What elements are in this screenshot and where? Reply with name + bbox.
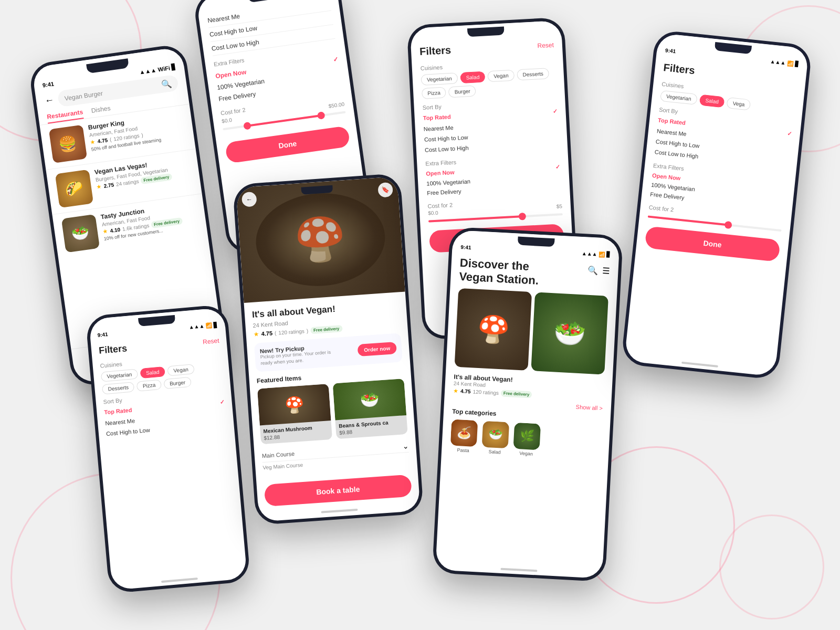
- restaurant-img-3: 🥗: [61, 214, 100, 253]
- phone2-min-cost: $0.0: [222, 117, 233, 124]
- phone7-check: ✓: [786, 130, 792, 138]
- phone1-search-text: Vegan Burger: [64, 89, 103, 102]
- chip-desserts[interactable]: Desserts: [102, 382, 135, 394]
- phone5-chip-veg[interactable]: Vegetarian: [421, 72, 458, 86]
- phone4-rating: 4.75: [261, 330, 272, 337]
- check-sort: ✓: [219, 398, 225, 406]
- phone6: 9:41 ▲▲▲ 📶 ▊ Discover the Vegan Station.…: [432, 227, 623, 582]
- phone3-reset[interactable]: Reset: [202, 337, 219, 345]
- phone3: 9:41 ▲▲▲ 📶 ▊ Filters Reset Cuisines Vege…: [85, 304, 250, 594]
- phone7-time: 9:41: [665, 47, 676, 54]
- phone5-extra-check: ✓: [555, 163, 561, 170]
- phone5-chip-burger[interactable]: Burger: [448, 86, 476, 98]
- rating-1: 4.75: [97, 137, 108, 144]
- phone5-reset[interactable]: Reset: [537, 41, 554, 49]
- phone5-chip-salad[interactable]: Salad: [460, 71, 486, 83]
- home-indicator6: [500, 568, 537, 572]
- phone4-main-course: Main Course: [261, 450, 295, 459]
- phone6-badge: Free delivery: [501, 390, 532, 398]
- phone2-done-btn[interactable]: Done: [225, 125, 350, 163]
- food-card-1[interactable]: 🍄: [455, 288, 532, 371]
- phone1-wifi: WiFi: [158, 65, 171, 72]
- decorative-circle-3: [719, 514, 824, 620]
- cat-2[interactable]: 🥗 Salad: [481, 421, 509, 455]
- star-icon-2: ★: [96, 183, 102, 191]
- phone4: 🍄 ← 🔖 It's all about Vegan! 24 Kent Road…: [233, 173, 424, 526]
- featured-img-2: 🥗: [333, 379, 407, 420]
- star-icon-3: ★: [102, 228, 109, 235]
- phone3-time: 9:41: [97, 331, 108, 338]
- phone5-check: ✓: [552, 108, 558, 114]
- phone5-chip-pizza[interactable]: Pizza: [422, 87, 446, 99]
- featured-img-1: 🍄: [257, 384, 331, 425]
- restaurant-img-1: 🍔: [49, 125, 87, 163]
- phone5-chip-desserts[interactable]: Desserts: [517, 68, 549, 80]
- check-icon-open: ✓: [332, 56, 339, 64]
- chip-salad-active[interactable]: Salad: [140, 366, 165, 379]
- featured-card-1[interactable]: 🍄 Mexican Mushroom $12.88: [257, 384, 332, 444]
- phone5-chip-vegan[interactable]: Vegan: [488, 70, 514, 82]
- cat-3[interactable]: 🌿 Vegan: [513, 423, 541, 457]
- food-card-2[interactable]: 🥗: [531, 292, 608, 374]
- star-icon-1: ★: [90, 138, 96, 145]
- phone5-thumb[interactable]: [519, 213, 527, 220]
- phone1-signal: ▲▲▲: [139, 67, 157, 75]
- phone7: 9:41 ▲▲▲ 📶 ▊ Filters Cuisines Vegetarian…: [621, 29, 812, 380]
- reviews-2: 24 ratings: [116, 178, 139, 187]
- reviews-close-1: ): [141, 132, 144, 138]
- phone3-title: Filters: [98, 343, 128, 356]
- phone4-badge: Free delivery: [310, 325, 343, 334]
- phone4-address: 24 Kent Road: [253, 320, 288, 329]
- slider-left-thumb[interactable]: [243, 122, 251, 130]
- phone6-rating: 4.75: [460, 388, 471, 394]
- phone4-reviews: 120 ratings: [278, 328, 304, 335]
- phone2-max-cost: $50.00: [328, 101, 345, 109]
- chip-vegetarian[interactable]: Vegetarian: [101, 369, 138, 382]
- phone6-star: ★: [453, 387, 459, 394]
- rating-2: 2.75: [103, 182, 114, 189]
- phone5-max: $5: [556, 203, 563, 209]
- filter-btn-6[interactable]: ☰: [602, 266, 610, 276]
- phone6-show-all[interactable]: Show all >: [576, 404, 603, 412]
- phone7-chip-vegan[interactable]: Vega: [727, 97, 751, 111]
- cat-1[interactable]: 🍝 Pasta: [450, 419, 478, 454]
- reviews-1: (: [109, 136, 112, 142]
- phone5-min: $0.0: [428, 210, 438, 216]
- phone4-order-btn[interactable]: Order now: [358, 342, 397, 356]
- rating-3: 4.10: [110, 227, 121, 234]
- phone5-slider-fill: [428, 215, 522, 222]
- chip-pizza[interactable]: Pizza: [136, 380, 162, 392]
- chip-vegan[interactable]: Vegan: [167, 364, 195, 376]
- phone7-chip-salad[interactable]: Salad: [699, 94, 725, 108]
- back-button[interactable]: ←: [44, 94, 55, 107]
- dropdown-icon[interactable]: ⌄: [402, 442, 409, 450]
- phone6-reviews: 120 ratings: [472, 388, 499, 396]
- phone7-chip-veg[interactable]: Vegetarian: [660, 90, 698, 105]
- phone1-time: 9:41: [42, 80, 55, 89]
- home-indicator7: [681, 362, 718, 368]
- phone5-title: Filters: [419, 44, 452, 58]
- featured-card-2[interactable]: 🥗 Beans & Sprouts ca $9.88: [333, 379, 408, 439]
- phone7-done-btn[interactable]: Done: [645, 226, 781, 262]
- phone6-time: 9:41: [460, 244, 471, 250]
- home-indicator3: [161, 578, 198, 583]
- phone1-battery: ▊: [171, 64, 176, 71]
- chip-burger[interactable]: Burger: [163, 377, 191, 389]
- star-detail: ★: [253, 330, 259, 338]
- slider-right-thumb[interactable]: [317, 111, 326, 120]
- search-btn-6[interactable]: 🔍: [587, 265, 598, 276]
- phone7-thumb[interactable]: [724, 221, 732, 229]
- search-icon: 🔍: [161, 78, 172, 90]
- restaurant-img-2: 🌮: [55, 170, 93, 208]
